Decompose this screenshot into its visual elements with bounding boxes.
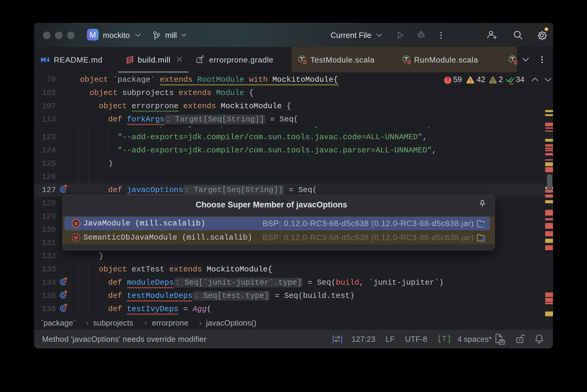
- svg-text:m: m: [74, 220, 78, 227]
- svg-text:m: m: [74, 234, 78, 241]
